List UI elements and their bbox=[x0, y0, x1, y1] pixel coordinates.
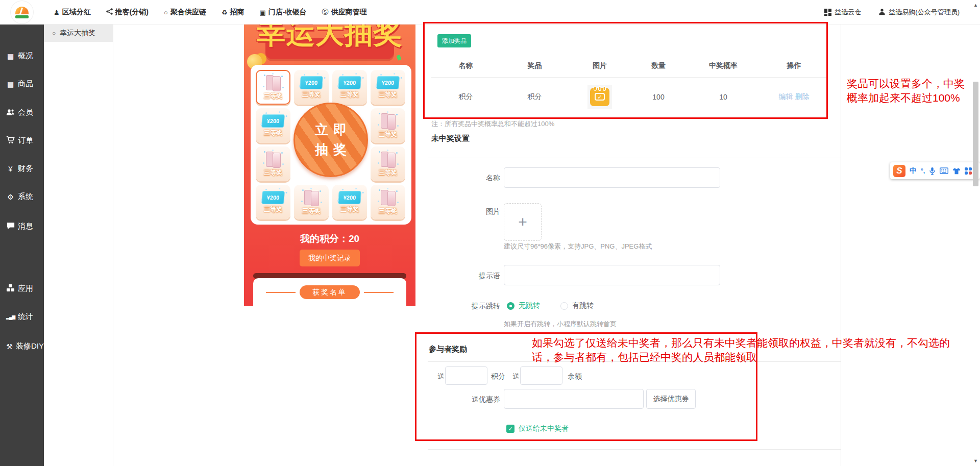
top-navigation: ♟ 区域分红 推客(分销) ○ 聚合供应链 ♻ 招商 ▣ 门店-收银台 Ⓢ 供应… bbox=[54, 0, 366, 24]
scroll-up-arrow[interactable]: ▲ bbox=[971, 1, 980, 9]
vertical-scrollbar[interactable]: ▲ ▼ bbox=[971, 0, 980, 466]
tip-text-input[interactable] bbox=[504, 265, 720, 285]
sidebar-item-apps[interactable]: 应用 bbox=[0, 284, 44, 293]
coupon-prize-icon: ¥200 bbox=[338, 76, 361, 89]
nav-label: 聚合供应链 bbox=[170, 8, 206, 17]
phone-prize-icon bbox=[379, 189, 397, 206]
phone-prize-icon bbox=[302, 189, 321, 206]
coupon-input[interactable] bbox=[504, 389, 644, 409]
has-jump-label: 有跳转 bbox=[572, 301, 594, 310]
sidebar-item-orders[interactable]: 订单 bbox=[0, 136, 44, 145]
user-icon bbox=[878, 8, 886, 17]
prize-tile[interactable]: ¥200 三等奖 bbox=[294, 70, 329, 105]
ime-chinese-mode-icon[interactable]: 中 bbox=[910, 166, 917, 176]
prize-grid-card: 三等奖 ¥200 三等奖 ¥200 三等奖 ¥200 三等奖 ¥200 三等奖 bbox=[251, 65, 411, 225]
prize-table-row: 积分 积分 ✓ 100 10 编辑 删除 bbox=[431, 78, 828, 116]
edit-link[interactable]: 编辑 bbox=[779, 92, 793, 101]
mobile-preview: 幸运大抽奖 三等奖 ¥200 三等奖 ¥200 三等奖 bbox=[244, 24, 415, 306]
nav-supplier-mgmt[interactable]: Ⓢ 供应商管理 bbox=[322, 8, 366, 17]
nav-region-dividend[interactable]: ♟ 区域分红 bbox=[54, 8, 91, 17]
nav-supply-chain[interactable]: ○ 聚合供应链 bbox=[164, 8, 206, 17]
sidebar-label: 系统 bbox=[18, 192, 33, 202]
phone-prize-icon bbox=[379, 151, 397, 167]
tile-label: 三等奖 bbox=[264, 205, 282, 214]
nav-distribution[interactable]: 推客(分销) bbox=[106, 8, 149, 17]
miss-name-input[interactable] bbox=[504, 167, 720, 188]
cell-actions: 编辑 删除 bbox=[760, 92, 828, 102]
give-coupon-label: 送优惠券 bbox=[439, 395, 500, 404]
prize-tile[interactable]: ¥200 三等奖 bbox=[256, 185, 290, 219]
sidebar-item-members[interactable]: 会员 bbox=[0, 108, 44, 117]
coupon-prize-icon: ¥200 bbox=[338, 191, 361, 204]
workspace-grid-icon bbox=[824, 9, 831, 16]
tip-label: 提示语 bbox=[439, 272, 500, 281]
image-upload-box[interactable]: + bbox=[504, 203, 542, 241]
sidebar-item-products[interactable]: ▤ 商品 bbox=[0, 79, 44, 89]
prize-tile[interactable]: ¥200 三等奖 bbox=[371, 70, 405, 105]
sidebar-item-overview[interactable]: ▦ 概况 bbox=[0, 51, 44, 61]
sidebar-label: 财务 bbox=[18, 164, 33, 174]
nav-store-cashier[interactable]: ▣ 门店-收银台 bbox=[260, 8, 307, 17]
user-menu[interactable]: 益选易购(公众号管理员) bbox=[878, 8, 960, 17]
sidebar-label: 消息 bbox=[18, 222, 33, 231]
give-points-input[interactable] bbox=[445, 366, 487, 385]
app-logo[interactable] bbox=[0, 0, 44, 24]
prize-tile[interactable]: 三等奖 bbox=[371, 146, 405, 181]
sidebar-item-finance[interactable]: ¥ 财务 bbox=[0, 164, 44, 174]
bar-chart-icon: ▂▄▆ bbox=[6, 314, 15, 320]
col-image: 图片 bbox=[569, 61, 630, 70]
coupon-prize-icon: ¥200 bbox=[261, 191, 285, 204]
prize-tile[interactable]: ¥200 三等奖 bbox=[332, 185, 367, 219]
sidebar-item-system[interactable]: ⚙ 系统 bbox=[0, 192, 44, 202]
scroll-down-arrow[interactable]: ▼ bbox=[971, 457, 980, 465]
spin-now-button[interactable]: 立即 抽奖 bbox=[293, 103, 368, 177]
radio-no-jump[interactable] bbox=[507, 302, 514, 310]
choose-coupon-button[interactable]: 选择优惠券 bbox=[646, 389, 696, 409]
image-label: 图片 bbox=[439, 207, 500, 216]
prize-table: 名称 奖品 图片 数量 中奖概率 操作 积分 积分 ✓ 100 10 编辑 删除 bbox=[431, 54, 828, 116]
cell-probability: 10 bbox=[687, 93, 760, 101]
ime-mic-icon[interactable] bbox=[929, 167, 936, 175]
give-balance-input[interactable] bbox=[520, 366, 562, 385]
only-miss-checkbox-row[interactable]: ✓ 仅送给未中奖者 bbox=[506, 424, 569, 433]
radio-circle-icon: ○ bbox=[52, 30, 56, 37]
add-prize-button[interactable]: 添加奖品 bbox=[437, 34, 471, 47]
prize-tile[interactable]: 三等奖 bbox=[256, 146, 290, 181]
scrollbar-thumb[interactable] bbox=[973, 82, 978, 186]
ime-skin-icon[interactable] bbox=[952, 167, 961, 175]
tile-label: 三等奖 bbox=[379, 168, 397, 177]
prize-tile[interactable]: 三等奖 bbox=[294, 185, 329, 219]
submenu-item-lucky-draw[interactable]: ○ 幸运大抽奖 bbox=[44, 24, 113, 42]
spin-label-line2: 抽奖 bbox=[310, 141, 352, 159]
points-suffix: 积分 bbox=[491, 372, 505, 381]
prize-table-header: 名称 奖品 图片 数量 中奖概率 操作 bbox=[431, 54, 828, 78]
prize-tile[interactable]: ¥200 三等奖 bbox=[256, 108, 290, 143]
sidebar-item-diy[interactable]: ⚒ 装修DIY bbox=[0, 341, 44, 351]
workspace-switcher[interactable]: 益选云仓 bbox=[824, 8, 861, 17]
col-qty: 数量 bbox=[630, 61, 687, 70]
sidebar-item-statistics[interactable]: ▂▄▆ 统计 bbox=[0, 312, 44, 322]
jump-hint: 如果开启有跳转，小程序默认跳转首页 bbox=[504, 320, 617, 329]
prize-tile[interactable]: 三等奖 bbox=[371, 185, 405, 219]
col-prize: 奖品 bbox=[500, 61, 569, 70]
ime-punctuation-icon[interactable]: °, bbox=[921, 167, 925, 175]
delete-link[interactable]: 删除 bbox=[795, 92, 809, 101]
checkbox-checked-icon[interactable]: ✓ bbox=[506, 425, 514, 433]
only-miss-label: 仅送给未中奖者 bbox=[519, 424, 569, 433]
submenu: ○ 幸运大抽奖 bbox=[44, 24, 113, 466]
phone-prize-icon bbox=[264, 75, 282, 91]
tile-label: 三等奖 bbox=[264, 168, 282, 177]
circle-icon: ○ bbox=[164, 9, 168, 16]
nav-investment[interactable]: ♻ 招商 bbox=[222, 8, 244, 17]
prize-tile[interactable]: 三等奖 bbox=[371, 108, 405, 143]
radio-has-jump[interactable] bbox=[560, 302, 568, 310]
topbar: ♟ 区域分红 推客(分销) ○ 聚合供应链 ♻ 招商 ▣ 门店-收银台 Ⓢ 供应… bbox=[0, 0, 980, 24]
ime-keyboard-icon[interactable] bbox=[940, 167, 948, 174]
sidebar: ▦ 概况 ▤ 商品 会员 订单 ¥ 财务 ⚙ 系统 消息 应用 bbox=[0, 24, 44, 466]
sogou-logo[interactable]: S bbox=[893, 165, 905, 177]
prize-tile[interactable]: ¥200 三等奖 bbox=[332, 70, 367, 105]
sidebar-item-messages[interactable]: 消息 bbox=[0, 222, 44, 231]
my-records-button[interactable]: 我的中奖记录 bbox=[300, 250, 360, 266]
tile-label: 三等奖 bbox=[379, 90, 397, 99]
prize-tile-selected[interactable]: 三等奖 bbox=[256, 70, 290, 105]
